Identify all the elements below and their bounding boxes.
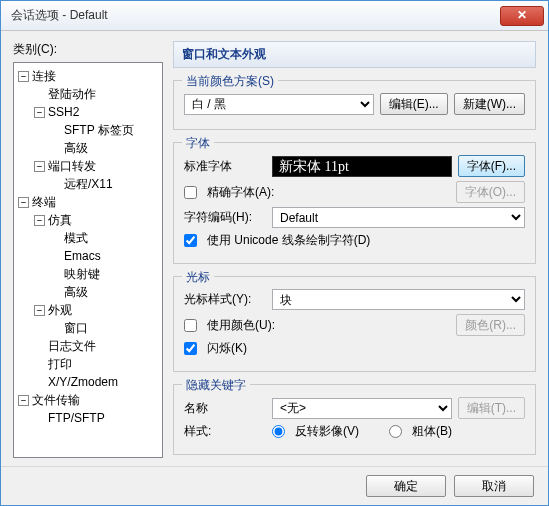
- tree-node-xyz[interactable]: X/Y/Zmodem: [34, 373, 160, 391]
- font-group: 字体 标准字体 新宋体 11pt 字体(F)... 精确字体(A): 字体(O)…: [173, 142, 536, 264]
- scheme-edit-button[interactable]: 编辑(E)...: [380, 93, 448, 115]
- collapse-icon[interactable]: −: [34, 305, 45, 316]
- use-color-label: 使用颜色(U):: [207, 317, 450, 334]
- precise-font-button: 字体(O)...: [456, 181, 525, 203]
- tree-node-advanced2[interactable]: 高级: [50, 283, 160, 301]
- tree-node-advanced[interactable]: 高级: [50, 139, 160, 157]
- blink-checkbox[interactable]: [184, 342, 197, 355]
- precise-font-checkbox[interactable]: [184, 186, 197, 199]
- encoding-select[interactable]: Default: [272, 207, 525, 228]
- tree-node-mapkeys[interactable]: 映射键: [50, 265, 160, 283]
- precise-font-label: 精确字体(A):: [207, 184, 450, 201]
- hidden-name-label: 名称: [184, 400, 266, 417]
- titlebar: 会话选项 - Default ✕: [1, 1, 548, 31]
- cursor-legend: 光标: [182, 269, 214, 286]
- window-title: 会话选项 - Default: [11, 7, 500, 24]
- unicode-lines-label: 使用 Unicode 线条绘制字符(D): [207, 232, 370, 249]
- collapse-icon[interactable]: −: [18, 395, 29, 406]
- cancel-button[interactable]: 取消: [454, 475, 534, 497]
- ok-button[interactable]: 确定: [366, 475, 446, 497]
- invert-radio[interactable]: [272, 425, 285, 438]
- tree-node-login[interactable]: 登陆动作: [34, 85, 160, 103]
- tree-node-mode[interactable]: 模式: [50, 229, 160, 247]
- category-tree[interactable]: −连接 登陆动作 −SSH2 SFTP 标签页 高级 −端口转发 远程/X11: [13, 62, 163, 458]
- tree-node-appearance[interactable]: −外观 窗口: [34, 301, 160, 337]
- tree-node-emacs[interactable]: Emacs: [50, 247, 160, 265]
- tree-node-print[interactable]: 打印: [34, 355, 160, 373]
- scheme-new-button[interactable]: 新建(W)...: [454, 93, 525, 115]
- tree-node-filetransfer[interactable]: −文件传输 FTP/SFTP: [18, 391, 160, 427]
- font-sample: 新宋体 11pt: [272, 156, 452, 177]
- cursor-style-select[interactable]: 块: [272, 289, 525, 310]
- encoding-label: 字符编码(H):: [184, 209, 266, 226]
- collapse-icon[interactable]: −: [34, 107, 45, 118]
- hidden-legend: 隐藏关键字: [182, 377, 250, 394]
- hidden-name-select[interactable]: <无>: [272, 398, 452, 419]
- tree-node-sftp-tab[interactable]: SFTP 标签页: [50, 121, 160, 139]
- tree-node-ftpsftp[interactable]: FTP/SFTP: [34, 409, 160, 427]
- hidden-edit-button: 编辑(T)...: [458, 397, 525, 419]
- collapse-icon[interactable]: −: [18, 71, 29, 82]
- hidden-style-label: 样式:: [184, 423, 266, 440]
- bold-label: 粗体(B): [412, 423, 452, 440]
- unicode-lines-checkbox[interactable]: [184, 234, 197, 247]
- collapse-icon[interactable]: −: [18, 197, 29, 208]
- tree-node-window[interactable]: 窗口: [50, 319, 160, 337]
- cursor-style-label: 光标样式(Y):: [184, 291, 266, 308]
- tree-node-connection[interactable]: −连接 登陆动作 −SSH2 SFTP 标签页 高级 −端口转发 远程/X11: [18, 67, 160, 193]
- scheme-select[interactable]: 白 / 黑: [184, 94, 374, 115]
- cursor-group: 光标 光标样式(Y): 块 使用颜色(U): 颜色(R)... 闪烁(K): [173, 276, 536, 372]
- font-button[interactable]: 字体(F)...: [458, 155, 525, 177]
- hidden-group: 隐藏关键字 名称 <无> 编辑(T)... 样式: 反转影像(V) 粗体(B): [173, 384, 536, 455]
- dialog-window: 会话选项 - Default ✕ 类别(C): −连接 登陆动作 −SSH2 S…: [0, 0, 549, 506]
- bold-radio[interactable]: [389, 425, 402, 438]
- tree-node-remote-x11[interactable]: 远程/X11: [50, 175, 160, 193]
- standard-font-label: 标准字体: [184, 158, 266, 175]
- tree-node-logfile[interactable]: 日志文件: [34, 337, 160, 355]
- blink-label: 闪烁(K): [207, 340, 247, 357]
- collapse-icon[interactable]: −: [34, 215, 45, 226]
- cursor-color-button: 颜色(R)...: [456, 314, 525, 336]
- panel-title: 窗口和文本外观: [173, 41, 536, 68]
- close-button[interactable]: ✕: [500, 6, 544, 26]
- tree-node-ssh2[interactable]: −SSH2 SFTP 标签页 高级: [34, 103, 160, 157]
- scheme-group: 当前颜色方案(S) 白 / 黑 编辑(E)... 新建(W)...: [173, 80, 536, 130]
- tree-node-terminal[interactable]: −终端 −仿真 模式 Emacs 映射键 高级 −外观: [18, 193, 160, 391]
- use-color-checkbox[interactable]: [184, 319, 197, 332]
- collapse-icon[interactable]: −: [34, 161, 45, 172]
- scheme-legend: 当前颜色方案(S): [182, 73, 278, 90]
- font-legend: 字体: [182, 135, 214, 152]
- tree-node-port-forward[interactable]: −端口转发 远程/X11: [34, 157, 160, 193]
- dialog-footer: 确定 取消: [1, 466, 548, 505]
- invert-label: 反转影像(V): [295, 423, 359, 440]
- category-label: 类别(C):: [13, 41, 163, 58]
- tree-node-emulation[interactable]: −仿真 模式 Emacs 映射键 高级: [34, 211, 160, 301]
